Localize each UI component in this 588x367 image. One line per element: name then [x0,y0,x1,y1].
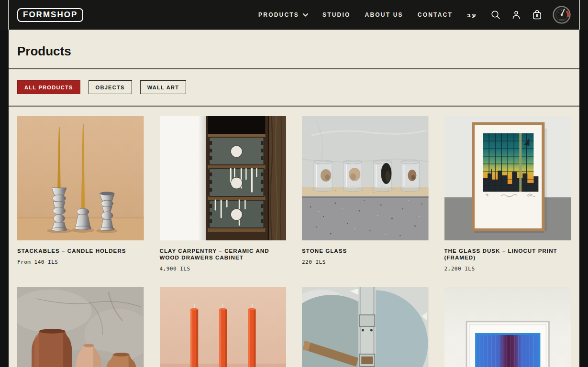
page-title-section: Products [9,30,579,68]
product-image-glass-dusk-framed-linocut [444,116,571,240]
product-image-stackables-candle-holders [17,116,144,240]
product-image-clay-wood-drawers-cabinet [160,116,287,240]
product-card-stone-glass[interactable]: STONE GLASS 220 ILS [302,116,429,272]
product-card-clay-carpentry[interactable]: CLAY CARPENTRY – CERAMIC AND WOOD DRAWER… [160,116,287,272]
product-image-orange-taper-candles [160,287,287,367]
product-image-round-table-assemblage [302,287,429,367]
product-title: STONE GLASS [302,248,429,255]
product-card-table-assemblage[interactable] [302,287,429,367]
product-title: CLAY CARPENTRY – CERAMIC AND WOOD DRAWER… [160,248,287,261]
filter-wall-art[interactable]: WALL ART [140,80,187,94]
product-price: 220 ILS [302,259,429,265]
product-card-stackables[interactable]: STACKABLES – CANDLE HOLDERS From 140 ILS [17,116,144,272]
search-icon[interactable] [490,10,501,20]
nav-item-products[interactable]: PRODUCTS [258,11,308,18]
header-container: FORMSHOP PRODUCTS STUDIO ABOUT US CONTAC… [8,0,580,30]
nav-item-studio[interactable]: STUDIO [322,11,351,18]
page-title: Products [17,43,571,59]
product-price: From 140 ILS [17,259,144,265]
language-toggle-hebrew[interactable]: עב [467,11,477,19]
product-image-stone-glass-cups [302,116,429,240]
product-card-terracotta-vases[interactable] [17,287,144,367]
header-icons: 0 [490,6,571,24]
product-image-blue-gradient-framed-print [444,287,571,367]
speedometer-gauge-badge[interactable] [553,6,571,24]
product-card-glass-dusk[interactable]: THE GLASS DUSK – LINOCUT PRINT (FRAMED) … [444,116,571,272]
formshop-logo[interactable]: FORMSHOP [17,8,83,22]
main-nav: PRODUCTS STUDIO ABOUT US CONTACT עב [258,11,477,19]
chevron-down-icon [303,13,308,17]
product-title: THE GLASS DUSK – LINOCUT PRINT (FRAMED) [444,248,571,261]
cart-bag-icon[interactable]: 0 [532,9,543,21]
filter-objects[interactable]: OBJECTS [89,80,132,94]
cart-count: 0 [536,13,538,18]
product-image-terracotta-vases [17,287,144,367]
site-header: FORMSHOP PRODUCTS STUDIO ABOUT US CONTAC… [0,0,588,30]
filter-chips: ALL PRODUCTS OBJECTS WALL ART [9,69,579,106]
nav-item-about-us[interactable]: ABOUT US [365,11,403,18]
products-page: Products ALL PRODUCTS OBJECTS WALL ART [9,30,579,367]
filter-all-products[interactable]: ALL PRODUCTS [17,80,80,94]
product-card-blue-print[interactable] [444,287,571,367]
product-price: 4,900 ILS [160,266,287,272]
nav-item-contact[interactable]: CONTACT [418,11,453,18]
product-title: STACKABLES – CANDLE HOLDERS [17,248,144,255]
product-price: 2,200 ILS [444,266,571,272]
account-user-icon[interactable] [511,10,521,20]
product-card-orange-candles[interactable] [160,287,287,367]
product-grid: STACKABLES – CANDLE HOLDERS From 140 ILS [9,107,579,367]
